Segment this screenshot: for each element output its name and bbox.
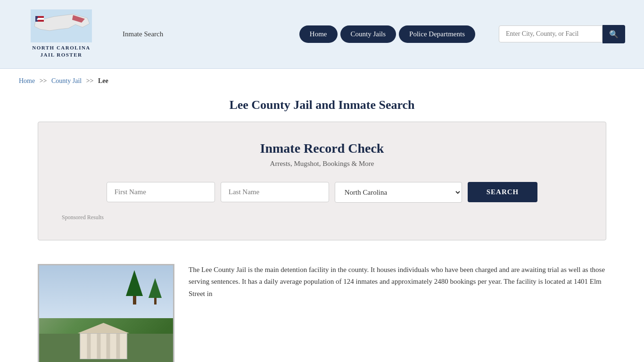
state-select[interactable]: North Carolina <box>335 182 462 203</box>
inmate-search-button[interactable]: SEARCH <box>468 182 538 202</box>
svg-text:★: ★ <box>36 18 39 21</box>
header-search-button[interactable]: 🔍 <box>603 25 625 43</box>
content-section: LEE COUNTY COURTHOUS The Lee County Jail… <box>0 255 644 362</box>
facility-description: The Lee County Jail is the main detentio… <box>189 264 606 300</box>
breadcrumb-sep2: >> <box>86 77 94 84</box>
header-search-input[interactable] <box>499 25 603 42</box>
logo-area: ★ NORTH CAROLINA JAIL ROSTER <box>19 9 104 59</box>
inmate-record-title: Inmate Record Check <box>62 141 582 156</box>
nav-home-button[interactable]: Home <box>299 25 338 43</box>
facility-image: LEE COUNTY COURTHOUS <box>38 264 174 362</box>
breadcrumb-county-jail-link[interactable]: County Jail <box>51 77 82 84</box>
breadcrumb-home-link[interactable]: Home <box>19 77 35 84</box>
nav-police-departments-button[interactable]: Police Departments <box>399 25 475 43</box>
nc-logo-svg: ★ <box>31 9 92 42</box>
logo-text: NORTH CAROLINA JAIL ROSTER <box>32 44 91 59</box>
tree-group <box>124 270 164 304</box>
header-search-bar: 🔍 <box>499 25 625 43</box>
first-name-input[interactable] <box>107 182 215 202</box>
breadcrumb: Home >> County Jail >> Lee <box>0 69 644 93</box>
main-nav: Home County Jails Police Departments <box>299 25 475 43</box>
breadcrumb-sep1: >> <box>40 77 47 84</box>
inmate-search-link[interactable]: Inmate Search <box>123 30 163 38</box>
nav-county-jails-button[interactable]: County Jails <box>340 25 396 43</box>
last-name-input[interactable] <box>221 182 329 202</box>
site-header: ★ NORTH CAROLINA JAIL ROSTER Inmate Sear… <box>0 0 644 69</box>
inmate-record-subtitle: Arrests, Mugshot, Bookings & More <box>62 160 582 168</box>
inmate-record-box: Inmate Record Check Arrests, Mugshot, Bo… <box>38 122 606 240</box>
sponsored-label: Sponsored Results <box>62 214 582 221</box>
inmate-search-form: North Carolina SEARCH <box>62 182 582 203</box>
building <box>78 323 130 359</box>
breadcrumb-current: Lee <box>98 77 108 84</box>
page-title: Lee County Jail and Inmate Search <box>0 93 644 122</box>
